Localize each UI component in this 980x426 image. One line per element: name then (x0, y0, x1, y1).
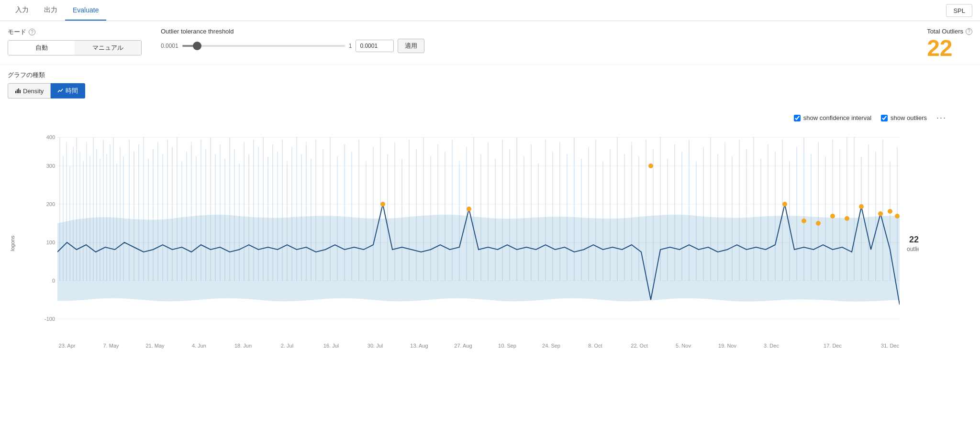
svg-text:27. Aug: 27. Aug (454, 343, 472, 349)
svg-text:24. Sep: 24. Sep (542, 343, 560, 349)
outliers-title: Total Outliers ? (927, 28, 972, 35)
svg-text:-100: -100 (45, 316, 55, 322)
more-options-button[interactable]: ··· (936, 113, 947, 123)
svg-text:400: 400 (46, 134, 55, 140)
outlier-count-text: outliers (907, 246, 919, 252)
outlier-dot (895, 214, 900, 218)
spl-button[interactable]: SPL (946, 4, 972, 17)
slider-thumb[interactable] (193, 42, 201, 50)
svg-text:30. Jul: 30. Jul (368, 343, 383, 349)
slider-wrapper[interactable] (182, 41, 345, 51)
svg-text:2. Jul: 2. Jul (281, 343, 293, 349)
controls-row: モード ? 自動 マニュアル Outlier tolerance thresho… (0, 21, 980, 65)
chart-type-label: グラフの種類 (8, 71, 972, 79)
chart-container: show confidence interval show outliers ·… (0, 108, 980, 378)
x-axis: 23. Apr 7. May 21. May 4. Jun 18. Jun 2.… (59, 343, 900, 349)
svg-rect-0 (15, 91, 16, 93)
density-button[interactable]: Density (8, 83, 51, 98)
tab-output[interactable]: 出力 (36, 0, 65, 21)
outlier-dot (859, 204, 864, 209)
svg-text:23. Apr: 23. Apr (59, 343, 76, 349)
threshold-min: 0.0001 (161, 43, 178, 49)
svg-text:0: 0 (52, 278, 55, 284)
confidence-interval-checkbox[interactable]: show confidence interval (794, 114, 871, 121)
svg-rect-1 (17, 89, 18, 93)
y-axis-label: logons (10, 235, 15, 251)
main-chart: 400 300 200 100 0 -100 (29, 128, 919, 357)
svg-text:31. Dec: 31. Dec (881, 343, 899, 349)
svg-text:10. Sep: 10. Sep (498, 343, 516, 349)
apply-button[interactable]: 適用 (398, 39, 424, 53)
mode-info-icon[interactable]: ? (29, 29, 35, 35)
threshold-max: 1 (349, 43, 352, 49)
threshold-input[interactable] (356, 40, 394, 52)
svg-text:4. Jun: 4. Jun (192, 343, 206, 349)
outliers-summary: Total Outliers ? 22 (927, 28, 972, 60)
chart-svg-wrapper: logons 400 300 200 100 0 -100 (29, 128, 951, 359)
svg-text:13. Aug: 13. Aug (410, 343, 428, 349)
threshold-controls: 0.0001 1 適用 (161, 39, 424, 53)
slider-track (182, 45, 345, 47)
svg-text:300: 300 (46, 163, 55, 169)
mode-section: モード ? 自動 マニュアル (8, 28, 142, 55)
outlier-dot (830, 214, 835, 218)
outlier-dot (802, 218, 806, 223)
svg-text:3. Dec: 3. Dec (764, 343, 779, 349)
tab-input[interactable]: 入力 (8, 0, 36, 21)
time-button[interactable]: 時間 (51, 83, 85, 98)
outlier-dot (380, 202, 385, 207)
outliers-info-icon[interactable]: ? (966, 28, 972, 35)
svg-text:200: 200 (46, 201, 55, 207)
svg-text:5. Nov: 5. Nov (676, 343, 691, 349)
svg-text:17. Dec: 17. Dec (824, 343, 842, 349)
outlier-dot (888, 209, 892, 214)
svg-text:100: 100 (46, 240, 55, 245)
outliers-checkbox[interactable]: show outliers (881, 114, 927, 121)
svg-text:18. Jun: 18. Jun (234, 343, 252, 349)
top-nav: 入力 出力 Evaluate SPL (0, 0, 980, 21)
mode-label: モード ? (8, 28, 142, 36)
outlier-dot (648, 164, 653, 168)
time-icon (57, 88, 63, 94)
svg-text:7. May: 7. May (103, 343, 119, 349)
outlier-dot (878, 211, 883, 216)
threshold-section: Outlier tolerance threshold 0.0001 1 適用 (161, 28, 424, 53)
svg-text:8. Oct: 8. Oct (588, 343, 602, 349)
chart-type-section: グラフの種類 Density 時間 (0, 65, 980, 98)
svg-text:16. Jul: 16. Jul (323, 343, 339, 349)
mode-auto-button[interactable]: 自動 (8, 41, 75, 55)
svg-text:19. Nov: 19. Nov (718, 343, 736, 349)
outlier-dot (782, 202, 787, 207)
svg-rect-3 (20, 90, 21, 93)
outlier-dot (467, 207, 471, 211)
outlier-dot (845, 216, 849, 221)
chart-type-buttons: Density 時間 (8, 83, 972, 98)
outlier-dot (816, 221, 821, 226)
outlier-count-label: 22 (909, 235, 919, 244)
chart-options: show confidence interval show outliers ·… (29, 113, 951, 123)
tab-evaluate[interactable]: Evaluate (65, 0, 106, 21)
density-icon (15, 88, 21, 94)
mode-buttons: 自動 マニュアル (8, 40, 142, 55)
svg-text:21. May: 21. May (145, 343, 165, 349)
outliers-count: 22 (927, 37, 952, 60)
svg-rect-2 (18, 88, 19, 93)
mode-manual-button[interactable]: マニュアル (75, 41, 141, 55)
confidence-band: /* JS will not run inside SVG in most co… (57, 137, 900, 305)
svg-text:22. Oct: 22. Oct (631, 343, 647, 349)
threshold-label: Outlier tolerance threshold (161, 28, 424, 35)
